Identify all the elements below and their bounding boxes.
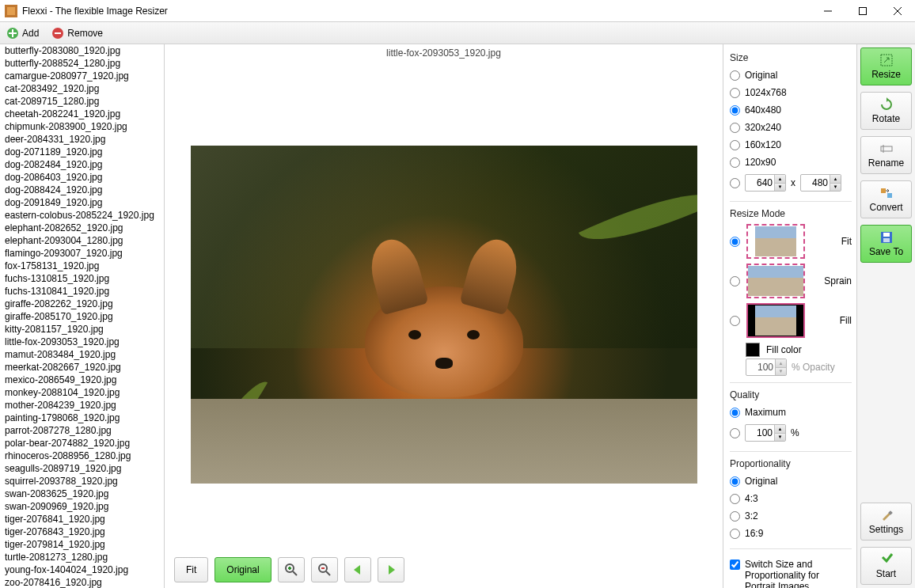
quality-spinner[interactable]: ▲▼ — [745, 424, 786, 442]
custom-width-input[interactable] — [746, 175, 774, 191]
file-item[interactable]: camargue-2080977_1920.jpg — [0, 70, 164, 82]
preview-panel: little-fox-2093053_1920.jpg Fit Original — [165, 44, 723, 588]
fit-button[interactable]: Fit — [174, 557, 208, 582]
file-item[interactable]: kitty-2081157_1920.jpg — [0, 323, 164, 336]
file-item[interactable]: chipmunk-2083900_1920.jpg — [0, 120, 164, 133]
proportionality-option-radio[interactable] — [730, 511, 740, 522]
size-option-radio[interactable] — [730, 70, 740, 81]
size-option-radio[interactable] — [730, 88, 740, 98]
proportionality-option-radio[interactable] — [730, 529, 740, 539]
file-item[interactable]: butterfly-2083080_1920.jpg — [0, 44, 164, 57]
file-item[interactable]: swan-2083625_1920.jpg — [0, 487, 164, 500]
file-list[interactable]: butterfly-2083080_1920.jpgbutterfly-2088… — [0, 44, 164, 588]
file-item[interactable]: elephant-2082652_1920.jpg — [0, 222, 164, 234]
start-action[interactable]: Start — [860, 547, 912, 585]
file-item[interactable]: cheetah-2082241_1920.jpg — [0, 108, 164, 120]
file-item[interactable]: flamingo-2093007_1920.jpg — [0, 247, 164, 260]
close-button[interactable] — [880, 0, 915, 22]
file-item[interactable]: dog-2071189_1920.jpg — [0, 146, 164, 158]
file-item[interactable]: rhinoceros-2088956_1280.jpg — [0, 450, 164, 462]
save-to-action[interactable]: Save To — [860, 225, 912, 263]
file-item[interactable]: fuchs-1310841_1920.jpg — [0, 285, 164, 298]
file-item[interactable]: turtle-2081273_1280.jpg — [0, 551, 164, 563]
preview-toolbar: Fit Original — [165, 552, 723, 588]
file-item[interactable]: dog-2082484_1920.jpg — [0, 158, 164, 171]
file-item[interactable]: fox-1758131_1920.jpg — [0, 260, 164, 272]
custom-width-spinner[interactable]: ▲▼ — [745, 174, 786, 192]
file-item[interactable]: cat-2089715_1280.jpg — [0, 95, 164, 108]
zoom-out-button[interactable] — [311, 557, 338, 582]
proportionality-option-row: Original — [730, 472, 852, 490]
proportionality-option-radio[interactable] — [730, 476, 740, 487]
zoom-in-button[interactable] — [278, 557, 305, 582]
size-option-row: 1024x768 — [730, 84, 852, 101]
file-item[interactable]: giraffe-2082262_1920.jpg — [0, 298, 164, 310]
file-item[interactable]: deer-2084331_1920.jpg — [0, 133, 164, 146]
rename-action[interactable]: Rename — [860, 136, 912, 174]
minimize-button[interactable] — [811, 0, 845, 22]
add-button[interactable]: Add — [3, 25, 42, 41]
preview-filename: little-fox-2093053_1920.jpg — [165, 44, 723, 66]
file-item[interactable]: seagulls-2089719_1920.jpg — [0, 462, 164, 475]
mode-sprain-radio[interactable] — [730, 276, 740, 286]
quality-pct: % — [791, 427, 799, 438]
file-item[interactable]: giraffe-2085170_1920.jpg — [0, 310, 164, 323]
file-item[interactable]: zoo-2078416_1920.jpg — [0, 576, 164, 588]
file-item[interactable]: parrot-2087278_1280.jpg — [0, 424, 164, 437]
file-item[interactable]: dog-2088424_1920.jpg — [0, 184, 164, 196]
file-item[interactable]: swan-2090969_1920.jpg — [0, 500, 164, 513]
file-item[interactable]: monkey-2088104_1920.jpg — [0, 386, 164, 399]
file-item[interactable]: dog-2086403_1920.jpg — [0, 171, 164, 184]
file-item[interactable]: cat-2083492_1920.jpg — [0, 82, 164, 95]
rotate-action[interactable]: Rotate — [860, 92, 912, 130]
file-item[interactable]: tiger-2076843_1920.jpg — [0, 525, 164, 538]
quality-input[interactable] — [746, 425, 774, 441]
size-option-radio[interactable] — [730, 140, 740, 150]
remove-button[interactable]: Remove — [48, 25, 106, 41]
file-item[interactable]: mamut-2083484_1920.jpg — [0, 348, 164, 361]
file-item[interactable]: mother-2084239_1920.jpg — [0, 399, 164, 412]
maximize-button[interactable] — [845, 0, 880, 22]
file-item[interactable]: polar-bear-2074882_1920.jpg — [0, 437, 164, 450]
original-button[interactable]: Original — [215, 557, 271, 582]
preview-canvas — [165, 66, 723, 552]
next-image-button[interactable] — [378, 557, 404, 582]
switch-portrait-checkbox[interactable] — [730, 560, 740, 570]
custom-height-input[interactable] — [801, 175, 830, 191]
convert-action[interactable]: Convert — [860, 180, 912, 218]
file-item[interactable]: fuchs-1310815_1920.jpg — [0, 272, 164, 285]
quality-max-radio[interactable] — [730, 408, 740, 418]
file-item[interactable]: squirrel-2093788_1920.jpg — [0, 475, 164, 487]
opacity-spinner[interactable]: ▲▼ — [746, 358, 787, 376]
file-item[interactable]: painting-1798068_1920.jpg — [0, 412, 164, 424]
proportionality-option-radio[interactable] — [730, 494, 740, 504]
file-item[interactable]: elephant-2093004_1280.jpg — [0, 234, 164, 247]
size-option-radio[interactable] — [730, 157, 740, 168]
opacity-input[interactable] — [746, 359, 775, 375]
file-item[interactable]: meerkat-2082667_1920.jpg — [0, 361, 164, 374]
file-item[interactable]: young-fox-1404024_1920.jpg — [0, 563, 164, 576]
fill-color-swatch[interactable] — [746, 343, 760, 357]
file-item[interactable]: tiger-2076841_1920.jpg — [0, 513, 164, 525]
mode-sprain-thumb — [746, 264, 805, 298]
size-option-row: Original — [730, 66, 852, 84]
resize-action[interactable]: Resize — [860, 47, 912, 85]
prev-image-button[interactable] — [344, 557, 371, 582]
size-option-radio[interactable] — [730, 105, 740, 116]
mode-fit-radio[interactable] — [730, 237, 740, 247]
file-item[interactable]: tiger-2079814_1920.jpg — [0, 538, 164, 551]
svg-rect-1 — [7, 7, 15, 15]
mode-fill-radio[interactable] — [730, 316, 740, 326]
svg-rect-19 — [881, 146, 892, 151]
size-option-radio[interactable] — [730, 123, 740, 133]
file-item[interactable]: butterfly-2088524_1280.jpg — [0, 57, 164, 70]
size-custom-radio[interactable] — [730, 178, 740, 188]
file-item[interactable]: little-fox-2093053_1920.jpg — [0, 336, 164, 348]
quality-custom-radio[interactable] — [730, 428, 740, 438]
settings-action[interactable]: Settings — [860, 503, 912, 541]
file-item[interactable]: eastern-colobus-2085224_1920.jpg — [0, 209, 164, 222]
file-item[interactable]: dog-2091849_1920.jpg — [0, 196, 164, 209]
file-item[interactable]: mexico-2086549_1920.jpg — [0, 374, 164, 386]
save-icon — [879, 230, 894, 245]
custom-height-spinner[interactable]: ▲▼ — [800, 174, 841, 192]
